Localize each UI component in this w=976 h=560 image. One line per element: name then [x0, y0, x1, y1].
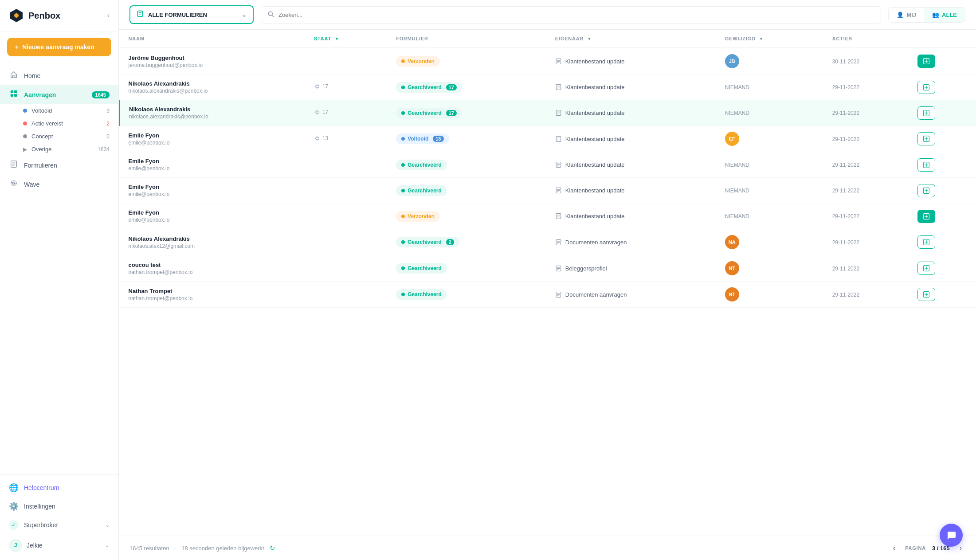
sidebar-item-overige[interactable]: ▶ Overige 1634: [23, 143, 118, 156]
version-badge: 13: [314, 135, 328, 141]
sidebar-item-jelkie[interactable]: J Jelkie ⌄: [0, 534, 118, 556]
table-body: Jérôme Buggenhout jerome.buggenhout@penb…: [120, 48, 976, 308]
staat-sort-icon: ▼: [335, 36, 340, 41]
col-staat[interactable]: STAAT ▼: [305, 30, 387, 48]
wave-icon: [9, 179, 19, 189]
formulier-cell: Klantenbestand update: [546, 178, 716, 204]
sidebar-item-concept[interactable]: Concept 0: [23, 130, 118, 143]
form-icon: [555, 110, 562, 116]
search-input[interactable]: [278, 12, 874, 18]
date-cell: 29-11-2022: [823, 126, 909, 152]
status-cell: Voltooid13: [387, 126, 546, 152]
logo-text: Penbox: [28, 11, 60, 21]
overige-expand-icon: ▶: [23, 146, 27, 153]
col-gewijzigd[interactable]: GEWIJZIGD ▼: [716, 30, 823, 48]
action-button[interactable]: [917, 210, 935, 223]
sidebar-item-aanvragen[interactable]: Aanvragen 1645: [0, 85, 118, 104]
sidebar-item-superbroker[interactable]: ✓ Superbroker ⌄: [0, 516, 118, 534]
owner-none: NIEMAND: [725, 188, 749, 194]
sidebar-item-instellingen[interactable]: ⚙️ Instellingen: [0, 497, 118, 516]
owner-area: JB: [725, 54, 815, 68]
table-row: Jérôme Buggenhout jerome.buggenhout@penb…: [120, 48, 976, 74]
version-cell: [305, 152, 387, 178]
action-button-outline[interactable]: [917, 81, 935, 94]
concept-label: Concept: [31, 133, 53, 140]
new-request-button[interactable]: + Nieuwe aanvraag maken: [7, 38, 111, 56]
action-cell: [909, 48, 976, 74]
row-email: emile@penbox.io: [129, 140, 296, 146]
instellingen-label: Instellingen: [24, 503, 55, 510]
status-pill: Gearchiveerd17: [396, 108, 462, 118]
sidebar-item-voltooid[interactable]: Voltooid 9: [23, 104, 118, 117]
new-request-label: Nieuwe aanvraag maken: [22, 43, 94, 51]
form-cell: Klantenbestand update: [555, 213, 707, 219]
action-button-outline[interactable]: [917, 184, 935, 197]
action-button-outline[interactable]: [917, 106, 935, 120]
name-cell: Nikolaos Alexandrakis nikolaos.alexandra…: [120, 74, 305, 100]
aanvragen-badge: 1645: [92, 91, 110, 98]
voltooid-badge: 9: [106, 108, 110, 114]
jelkie-label: Jelkie: [27, 542, 43, 549]
view-mij-button[interactable]: 👤 MIJ: [889, 8, 924, 22]
view-alle-label: ALLE: [942, 12, 957, 18]
version-cell: 17: [305, 74, 387, 100]
col-naam: NAAM: [120, 30, 305, 48]
form-cell: Klantenbestand update: [555, 110, 707, 116]
table-row: Nikolaos Alexandrakis nikolaos.alexandra…: [120, 100, 976, 126]
formulier-cell: Documenten aanvragen: [546, 229, 716, 255]
sidebar-item-helpcentrum[interactable]: 🌐 Helpcentrum: [0, 478, 118, 497]
sidebar-item-label-aanvragen: Aanvragen: [24, 91, 56, 98]
action-button-outline[interactable]: [917, 262, 935, 275]
owner-cell: NA: [716, 229, 823, 255]
version-cell: [305, 48, 387, 74]
col-formulier: FORMULIER: [387, 30, 546, 48]
date-cell: 29-11-2022: [823, 100, 909, 126]
sidebar-item-actie-vereist[interactable]: Actie vereist 2: [23, 117, 118, 130]
superbroker-expand-icon: ⌄: [105, 522, 110, 528]
action-button-outline[interactable]: [917, 132, 935, 145]
version-cell: [305, 204, 387, 229]
table-row: Emile Fyon emile@penbox.io 13Voltooid13 …: [120, 126, 976, 152]
status-pill: Gearchiveerd: [396, 263, 447, 274]
sidebar-item-formulieren[interactable]: Formulieren: [0, 156, 118, 175]
date-value: 29-11-2022: [832, 136, 859, 142]
view-alle-button[interactable]: 👥 ALLE: [924, 8, 965, 22]
action-button-outline[interactable]: [917, 235, 935, 249]
date-value: 29-11-2022: [832, 292, 859, 298]
owner-cell: EF: [716, 126, 823, 152]
table-area: NAAM STAAT ▼ FORMULIER EIGENAAR ▼ GEWIJZ: [119, 30, 976, 536]
date-cell: 29-11-2022: [823, 178, 909, 204]
status-pill: Gearchiveerd17: [396, 82, 462, 93]
action-button-outline[interactable]: [917, 288, 935, 301]
version-cell: [305, 282, 387, 308]
row-email: emile@penbox.io: [129, 217, 296, 223]
action-button-outline[interactable]: [917, 158, 935, 172]
prev-page-button[interactable]: ‹: [890, 542, 899, 554]
overige-badge: 1634: [98, 146, 110, 153]
jelkie-expand-icon: ⌄: [105, 542, 110, 548]
refresh-button[interactable]: ↻: [270, 544, 275, 552]
col-eigenaar[interactable]: EIGENAAR ▼: [546, 30, 716, 48]
chat-bubble[interactable]: [940, 524, 963, 547]
superbroker-label: Superbroker: [24, 521, 58, 529]
helpcentrum-label: Helpcentrum: [24, 484, 59, 491]
sidebar-item-home[interactable]: Home: [0, 66, 118, 85]
name-cell: Emile Fyon emile@penbox.io: [120, 152, 305, 178]
collapse-sidebar-button[interactable]: ‹: [107, 12, 110, 20]
name-cell: Nathan Trompet nathan.trompet@penbox.io: [120, 282, 305, 308]
sidebar-bottom: 🌐 Helpcentrum ⚙️ Instellingen ✓ Superbro…: [0, 474, 118, 560]
svg-rect-4: [11, 94, 13, 97]
name-cell: Emile Fyon emile@penbox.io: [120, 178, 305, 204]
form-name: Documenten aanvragen: [565, 291, 627, 298]
table-row: Nikolaos Alexandrakis nikolaos.alex12@gm…: [120, 229, 976, 255]
date-cell: 29-11-2022: [823, 204, 909, 229]
sidebar-item-wave[interactable]: Wave: [0, 175, 118, 194]
action-button[interactable]: [917, 55, 935, 68]
form-filter-dropdown[interactable]: ALLE FORMULIEREN ⌄: [129, 5, 254, 24]
gewijzigd-sort-icon: ▼: [759, 36, 764, 41]
owner-avatar: NT: [725, 287, 739, 302]
form-name: Klantenbestand update: [565, 213, 625, 219]
sidebar-item-label-wave: Wave: [24, 181, 39, 188]
action-cell: [909, 229, 976, 255]
status-pill: Verzonden: [396, 56, 440, 67]
